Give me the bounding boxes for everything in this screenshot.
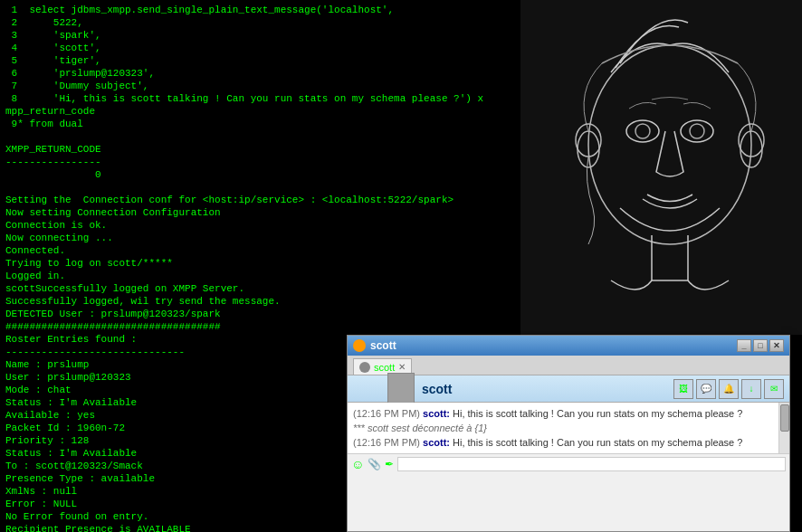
contact-name: scott bbox=[422, 382, 673, 396]
spark-titlebar: scott _ □ ✕ bbox=[348, 336, 789, 356]
window-controls[interactable]: _ □ ✕ bbox=[737, 339, 784, 352]
chat-icon[interactable]: 💬 bbox=[696, 379, 716, 399]
msg-sender: scott: bbox=[423, 408, 450, 419]
tab-label: scott bbox=[374, 362, 395, 373]
message-input[interactable] bbox=[397, 457, 786, 471]
bell-icon[interactable]: 🔔 bbox=[719, 379, 739, 399]
scroll-bar[interactable] bbox=[778, 403, 789, 453]
msg-time: (12:16 PM PM) bbox=[353, 437, 420, 448]
wire-art-panel bbox=[520, 0, 802, 335]
download-icon[interactable]: ↓ bbox=[741, 379, 761, 399]
msg-text: Hi, this is scott talking ! Can you run … bbox=[453, 437, 742, 448]
attachment-button[interactable]: 📎 bbox=[368, 458, 381, 470]
chat-input-area: ☺ 📎 ✒ bbox=[348, 453, 789, 473]
spark-icon bbox=[353, 339, 366, 352]
messages-container: (12:16 PM PM) scott: Hi, this is scott t… bbox=[348, 403, 789, 453]
minimize-button[interactable]: _ bbox=[737, 339, 751, 352]
spark-header: scott 🖼 💬 🔔 ↓ ✉ bbox=[348, 375, 789, 403]
tab-close-button[interactable]: ✕ bbox=[398, 362, 406, 372]
tab-avatar bbox=[359, 362, 370, 373]
msg-time: (12:16 PM PM) bbox=[353, 408, 420, 419]
spark-title: scott bbox=[370, 339, 737, 352]
emoji-button[interactable]: ☺ bbox=[351, 457, 364, 471]
maximize-button[interactable]: □ bbox=[753, 339, 768, 352]
contact-avatar bbox=[387, 373, 415, 405]
msg-sender: scott: bbox=[423, 437, 450, 448]
format-button[interactable]: ✒ bbox=[385, 458, 394, 470]
spark-chat-window: scott _ □ ✕ scott ✕ scott 🖼 💬 🔔 ↓ ✉ (12:… bbox=[347, 335, 790, 532]
video-icon[interactable]: 🖼 bbox=[673, 379, 693, 399]
system-message: *** scott sest déconnecté à {1} bbox=[353, 421, 773, 435]
messages-list: (12:16 PM PM) scott: Hi, this is scott t… bbox=[348, 403, 778, 453]
mail-icon[interactable]: ✉ bbox=[764, 379, 784, 399]
spark-toolbar: 🖼 💬 🔔 ↓ ✉ bbox=[673, 379, 789, 399]
svg-rect-0 bbox=[520, 0, 802, 335]
msg-text: Hi, this is scott talking ! Can you run … bbox=[453, 408, 742, 419]
close-button[interactable]: ✕ bbox=[769, 339, 784, 352]
